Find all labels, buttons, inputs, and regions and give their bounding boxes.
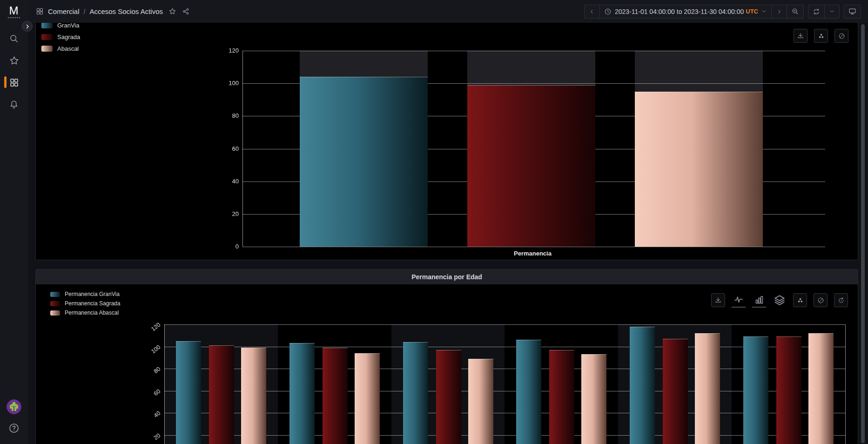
y-axis-tick-label: 120 [142,321,162,338]
bar-permanencia-abascal [808,333,834,444]
refresh-interval-dropdown[interactable] [824,5,839,18]
legend-item-label: Abascal [57,45,79,52]
y-axis-tick-label: 20 [142,432,162,444]
time-range-text: 2023-11-01 04:00:00 to 2023-11-30 04:00:… [615,8,744,15]
refresh-icon [813,8,820,15]
legend-item[interactable]: Permanencia Abascal [50,309,120,316]
bar-permanencia-granvia [630,327,655,444]
y-axis-tick-label: 100 [211,80,239,87]
legend-item-label: Permanencia GranVia [65,291,120,297]
bar-view-button[interactable] [752,293,766,308]
bar-permanencia-granvia [516,340,541,444]
bar-granvia [300,77,428,247]
time-zoom-out-button[interactable] [787,5,803,18]
bar-permanencia-abascal [695,333,720,444]
bar-chart-icon [754,295,764,305]
bar-permanencia-sagrada [549,350,574,444]
tv-mode-button[interactable] [844,5,861,18]
download-button[interactable] [794,29,807,43]
plot-right-frame [845,324,846,444]
bar-permanencia-abascal [581,354,606,444]
legend-swatch [50,292,60,297]
chevron-down-icon [761,8,767,14]
legend-item[interactable]: Permanencia GranVia [50,291,120,297]
gridline [242,51,825,51]
tv-mode-group [844,5,861,19]
reset-button[interactable] [834,293,848,307]
bar-permanencia-sagrada [323,348,348,444]
disable-button[interactable] [814,293,828,307]
legend-item[interactable]: GranVia [41,23,80,29]
legend-item[interactable]: Sagrada [41,33,80,40]
breadcrumb: Comercial / Accesos Socios Activos [36,7,163,15]
panel-toolbar [794,29,848,43]
sidebar-item-alerting[interactable] [0,95,28,114]
bar-chart-permanencia[interactable]: 020406080100120 [36,23,858,260]
panel-toolbar [711,293,848,308]
sidebar-expand-button[interactable] [22,21,33,32]
cluster-icon [818,33,825,40]
logo-wordmark [8,17,20,18]
time-shift-back-button[interactable] [585,5,599,18]
pulse-icon [733,295,744,305]
star-icon [168,7,176,15]
gridline [242,247,825,247]
legend-item-label: GranVia [57,23,79,29]
user-avatar[interactable] [7,399,21,414]
bar-permanencia-sagrada [209,345,234,444]
legend-swatch [50,310,60,316]
favorite-dashboard-button[interactable] [168,7,176,15]
avatar [7,399,21,414]
legend-swatch [41,34,53,40]
time-range-button[interactable]: 2023-11-01 04:00:00 to 2023-11-30 04:00:… [599,5,771,18]
line-view-button[interactable] [732,293,746,308]
share-dashboard-button[interactable] [182,7,190,15]
sidebar-item-dashboards[interactable] [0,73,28,92]
top-navigation-bar: Comercial / Accesos Socios Activos [28,0,868,23]
share-icon [182,7,190,15]
ban-icon [838,33,845,40]
layers-button[interactable] [773,293,787,307]
sidebar-item-starred[interactable] [0,51,28,70]
breadcrumb-item-folder[interactable]: Comercial [48,7,80,15]
vertical-scrollbar[interactable] [861,24,865,443]
cluster-button[interactable] [793,293,807,307]
chevron-right-icon [25,24,30,29]
breadcrumb-item-dashboard[interactable]: Accesos Socios Activos [89,7,163,15]
bar-permanencia-abascal [355,353,380,444]
bell-icon [9,100,19,110]
clock-icon [604,8,612,15]
download-button[interactable] [711,293,725,307]
refresh-dashboard-button[interactable] [808,5,824,18]
time-shift-forward-button[interactable] [771,5,787,18]
bar-sagrada [467,85,595,247]
grafana-dashboard: M [0,0,868,444]
x-axis-label: Permanencia [514,250,552,257]
sidebar-item-search[interactable] [0,29,28,48]
cluster-button[interactable] [814,29,828,43]
legend-item[interactable]: Permanencia Sagrada [50,300,120,307]
download-icon [797,32,804,40]
y-axis-tick-label: 60 [211,145,239,152]
bar-abascal [635,92,763,247]
sidebar-item-help[interactable] [8,423,20,434]
bar-permanencia-sagrada [436,350,461,444]
breadcrumb-separator: / [84,8,86,15]
legend-item-label: Sagrada [57,34,80,40]
legend-item-label: Permanencia Abascal [65,309,119,316]
org-logo[interactable]: M [0,5,28,18]
legend-item[interactable]: Abascal [41,45,80,52]
star-icon [9,55,20,66]
ban-icon [817,297,824,304]
bar-permanencia-abascal [241,348,266,444]
zoom-out-icon [791,7,799,15]
chevron-right-icon [776,8,782,15]
refresh-group [808,5,840,19]
bar-permanencia-granvia [403,342,428,444]
bar-permanencia-granvia [289,343,315,444]
monitor-icon [848,7,856,15]
y-axis-tick-label: 0 [211,243,239,250]
rotate-ccw-icon [838,297,845,304]
disable-button[interactable] [834,29,848,43]
gridline [164,324,845,325]
